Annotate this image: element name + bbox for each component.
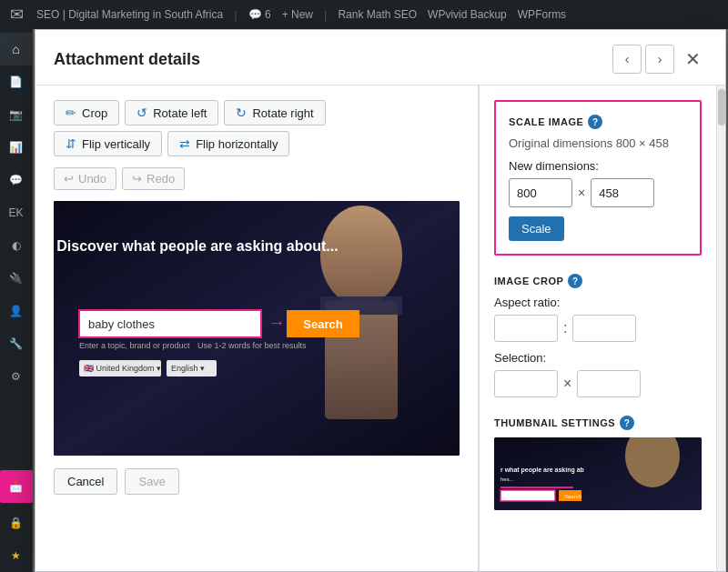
dialog-nav: ‹ › ✕ xyxy=(612,45,707,74)
main-area: Attachment details ‹ › ✕ xyxy=(33,29,728,572)
crop-icon: ✏ xyxy=(66,105,76,120)
thumbnail-title: THUMBNAIL SETTINGS ? xyxy=(494,416,702,430)
selection-w-input[interactable] xyxy=(494,370,558,397)
sidebar-item-appearance[interactable]: ◐ xyxy=(0,229,33,262)
original-dimensions: Original dimensions 800 × 458 xyxy=(509,136,687,150)
sidebar-item-posts[interactable]: 📄 xyxy=(0,65,33,98)
scale-height-input[interactable] xyxy=(591,178,654,207)
cancel-btn[interactable]: Cancel xyxy=(54,468,117,495)
rotate-right-btn[interactable]: ↻ Rotate right xyxy=(224,100,325,125)
rotate-right-icon: ↻ xyxy=(236,105,247,120)
close-icon: ✕ xyxy=(685,48,701,70)
dialog-title: Attachment details xyxy=(54,50,200,69)
scrollbar-thumb[interactable] xyxy=(718,89,725,125)
sidebar-item-star[interactable]: ★ xyxy=(0,539,33,572)
image-preview: Discover what people are asking about...… xyxy=(54,201,460,456)
selection-inputs: × xyxy=(494,370,702,397)
admin-sidebar: ⌂ 📄 📷 📊 💬 EK ◐ 🔌 👤 🔧 ⚙ 📩 🔒 ★ xyxy=(0,29,33,572)
aspect-h-input[interactable] xyxy=(572,315,636,342)
svg-rect-21 xyxy=(500,490,555,501)
layout: ⌂ 📄 📷 📊 💬 EK ◐ 🔌 👤 🔧 ⚙ 📩 🔒 ★ Attachment … xyxy=(0,29,728,572)
scale-image-title: SCALE IMAGE ? xyxy=(509,115,687,129)
aspect-w-input[interactable] xyxy=(494,315,558,342)
prev-attachment-btn[interactable]: ‹ xyxy=(612,45,642,74)
image-editor-panel: ✏ Crop ↺ Rotate left ↻ Rotate right xyxy=(35,85,479,571)
svg-text:Use 1-2 words for best results: Use 1-2 words for best results xyxy=(197,341,307,350)
svg-point-1 xyxy=(320,206,402,306)
chevron-left-icon: ‹ xyxy=(625,52,630,66)
sidebar-item-comments[interactable]: 💬 xyxy=(0,164,33,196)
image-svg: Discover what people are asking about...… xyxy=(54,201,460,456)
flip-h-icon: ⇄ xyxy=(179,136,190,151)
site-name[interactable]: SEO | Digital Marketing in South Africa xyxy=(36,8,223,21)
wpvivid-link[interactable]: WPvivid Backup xyxy=(428,8,507,21)
svg-text:Search: Search xyxy=(564,494,581,499)
rotate-left-icon: ↺ xyxy=(136,105,147,120)
sidebar-item-settings[interactable]: ⚙ xyxy=(0,360,33,393)
svg-text:hes...: hes... xyxy=(500,477,514,482)
new-content-btn[interactable]: + New xyxy=(282,8,313,21)
aspect-ratio-inputs: : xyxy=(494,315,702,342)
close-dialog-btn[interactable]: ✕ xyxy=(678,45,707,74)
undo-redo-row: ↩ Undo ↪ Redo xyxy=(54,167,460,190)
dialog-overlay: Attachment details ‹ › ✕ xyxy=(33,29,728,572)
sidebar-item-media[interactable]: 📷 xyxy=(0,98,33,131)
thumbnail-settings-section: THUMBNAIL SETTINGS ? xyxy=(494,416,702,510)
flip-horizontally-btn[interactable]: ⇄ Flip horizontally xyxy=(167,131,289,156)
thumbnail-svg: r what people are asking ab hes... xyxy=(494,437,702,510)
save-btn[interactable]: Save xyxy=(125,468,179,495)
dialog-header: Attachment details ‹ › ✕ xyxy=(35,30,725,85)
svg-text:Search: Search xyxy=(303,317,342,331)
thumbnail-preview: r what people are asking ab hes... xyxy=(494,437,702,510)
cancel-save-row: Cancel Save xyxy=(54,468,460,495)
image-background: Discover what people are asking about...… xyxy=(54,201,460,456)
undo-btn[interactable]: ↩ Undo xyxy=(54,167,116,190)
dialog-body: ✏ Crop ↺ Rotate left ↻ Rotate right xyxy=(35,85,725,571)
wpforms-link[interactable]: WPForms xyxy=(518,8,566,21)
scale-button[interactable]: Scale xyxy=(509,216,564,241)
next-attachment-btn[interactable]: › xyxy=(645,45,674,74)
scale-width-input[interactable] xyxy=(509,178,572,207)
svg-text:→: → xyxy=(268,312,286,332)
svg-text:🇬🇧 United Kingdom ▾: 🇬🇧 United Kingdom ▾ xyxy=(84,363,161,374)
redo-btn[interactable]: ↪ Redo xyxy=(122,167,185,190)
sidebar-item-dashboard[interactable]: ⌂ xyxy=(0,33,33,65)
sidebar-item-mail[interactable]: 📩 xyxy=(0,470,33,503)
image-crop-title: IMAGE CROP ? xyxy=(494,274,702,288)
svg-text:r what people are asking ab: r what people are asking ab xyxy=(500,467,584,474)
comments-icon[interactable]: 💬 6 xyxy=(248,8,271,21)
scale-image-section: SCALE IMAGE ? Original dimensions 800 × … xyxy=(494,100,702,256)
sidebar-item-analytics[interactable]: 📊 xyxy=(0,131,33,164)
rank-math-link[interactable]: Rank Math SEO xyxy=(338,8,417,21)
scale-help-icon[interactable]: ? xyxy=(588,115,602,129)
settings-panel: SCALE IMAGE ? Original dimensions 800 × … xyxy=(480,85,716,571)
image-crop-section: IMAGE CROP ? Aspect ratio: : Selection: xyxy=(494,274,702,397)
svg-text:English ▾: English ▾ xyxy=(171,364,205,373)
dims-x-separator: × xyxy=(578,186,585,200)
flip-v-icon: ⇵ xyxy=(66,136,76,151)
settings-scrollbar[interactable] xyxy=(716,85,725,571)
svg-text:Enter a topic, brand or produc: Enter a topic, brand or product xyxy=(79,341,190,350)
aspect-ratio-label: Aspect ratio: xyxy=(494,296,702,309)
sidebar-item-users[interactable]: 👤 xyxy=(0,295,33,327)
crop-help-icon[interactable]: ? xyxy=(568,274,582,288)
flip-vertically-btn[interactable]: ⇵ Flip vertically xyxy=(54,131,162,156)
selection-label: Selection: xyxy=(494,351,702,365)
thumbnail-help-icon[interactable]: ? xyxy=(620,416,634,430)
sidebar-item-tools[interactable]: 🔧 xyxy=(0,327,33,360)
svg-rect-20 xyxy=(500,487,573,488)
admin-bar: ✉ SEO | Digital Marketing in South Afric… xyxy=(0,0,728,29)
sidebar-item-plugins[interactable]: 🔌 xyxy=(0,262,33,295)
dimensions-inputs: × xyxy=(509,178,687,207)
redo-icon: ↪ xyxy=(132,172,142,186)
sidebar-item-security[interactable]: 🔒 xyxy=(0,507,33,539)
crop-btn[interactable]: ✏ Crop xyxy=(54,100,119,125)
new-dims-label: New dimensions: xyxy=(509,159,687,173)
editor-toolbar-row2: ⇵ Flip vertically ⇄ Flip horizontally xyxy=(54,131,460,156)
selection-h-input[interactable] xyxy=(577,370,641,397)
svg-text:Discover what people are askin: Discover what people are asking about... xyxy=(56,238,338,254)
rotate-left-btn[interactable]: ↺ Rotate left xyxy=(125,100,218,125)
svg-text:baby clothes: baby clothes xyxy=(88,317,155,331)
wp-logo-icon[interactable]: ✉ xyxy=(7,5,25,24)
sidebar-item-seo[interactable]: EK xyxy=(0,196,33,229)
